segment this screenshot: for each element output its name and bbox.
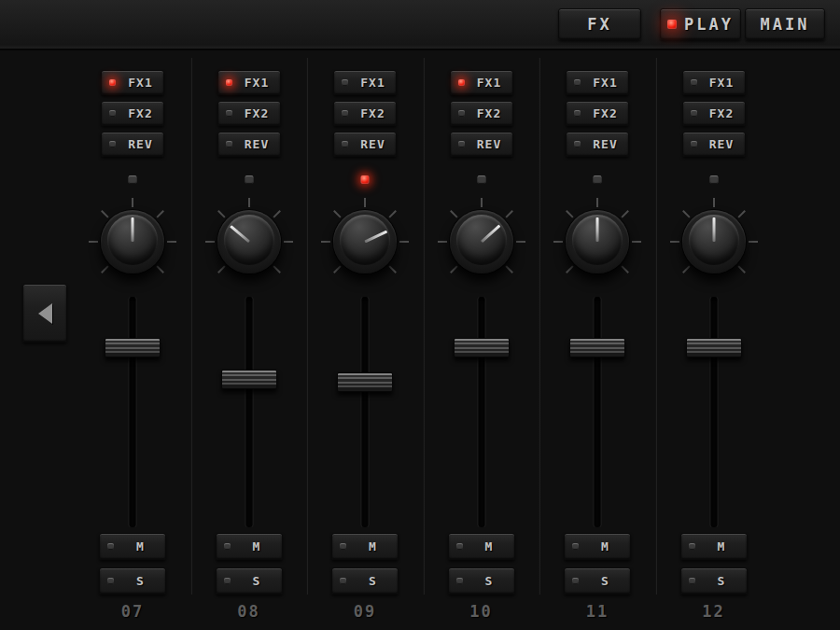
fx1-label: FX1 bbox=[350, 76, 396, 90]
fx2-led-icon bbox=[342, 110, 348, 117]
reverb-send-button[interactable]: REV bbox=[217, 132, 281, 157]
volume-fader-track[interactable] bbox=[710, 297, 717, 527]
knob-led-icon bbox=[245, 175, 253, 184]
play-button[interactable]: PLAY bbox=[660, 8, 741, 40]
fx1-send-button[interactable]: FX1 bbox=[682, 70, 746, 95]
fx2-send-button[interactable]: FX2 bbox=[217, 101, 281, 126]
fx-page-button[interactable]: FX bbox=[558, 8, 641, 40]
knob-tick bbox=[749, 241, 758, 243]
volume-fader-track[interactable] bbox=[245, 297, 252, 527]
fx1-send-button[interactable]: FX1 bbox=[333, 70, 397, 95]
solo-led-icon bbox=[224, 578, 231, 584]
solo-label: S bbox=[232, 574, 282, 588]
channel-strip: FX1 FX2 REV bbox=[75, 58, 190, 595]
fx1-send-button[interactable]: FX1 bbox=[217, 70, 281, 95]
fx1-send-button[interactable]: FX1 bbox=[101, 70, 164, 95]
mute-button[interactable]: M bbox=[448, 533, 515, 560]
reverb-send-button[interactable]: REV bbox=[333, 132, 397, 157]
reverb-send-button[interactable]: REV bbox=[566, 132, 629, 157]
fx-page-label: FX bbox=[587, 15, 611, 34]
fx1-send-button[interactable]: FX1 bbox=[566, 70, 629, 95]
channel-number: 10 bbox=[424, 602, 539, 621]
reverb-send-button[interactable]: REV bbox=[101, 132, 164, 157]
volume-fader-handle[interactable] bbox=[569, 338, 625, 357]
mute-button[interactable]: M bbox=[216, 533, 283, 560]
mute-led-icon bbox=[224, 543, 231, 550]
knob-pointer-icon bbox=[132, 217, 134, 242]
solo-button[interactable]: S bbox=[99, 567, 166, 595]
fx2-led-icon bbox=[458, 110, 465, 117]
knob-body bbox=[450, 210, 513, 273]
fx1-label: FX1 bbox=[467, 76, 512, 90]
knob-tick bbox=[505, 265, 512, 273]
send-level-knob[interactable] bbox=[88, 197, 177, 287]
volume-fader-track[interactable] bbox=[362, 297, 369, 527]
knob-tick bbox=[399, 241, 409, 243]
reverb-send-button[interactable]: REV bbox=[450, 132, 513, 157]
send-level-knob[interactable] bbox=[669, 197, 759, 287]
mute-led-icon bbox=[340, 543, 346, 550]
knob-tick bbox=[333, 210, 341, 217]
solo-button[interactable]: S bbox=[680, 567, 748, 595]
send-level-knob[interactable] bbox=[204, 197, 294, 287]
reverb-send-button[interactable]: REV bbox=[682, 132, 746, 157]
solo-label: S bbox=[697, 574, 747, 588]
fx2-send-button[interactable]: FX2 bbox=[450, 101, 513, 126]
solo-button[interactable]: S bbox=[564, 567, 631, 595]
main-page-label: MAIN bbox=[761, 15, 810, 34]
fx2-led-icon bbox=[226, 110, 232, 117]
volume-fader-track[interactable] bbox=[478, 297, 484, 527]
send-level-knob[interactable] bbox=[437, 197, 526, 287]
fx1-label: FX1 bbox=[234, 76, 280, 90]
fx1-led-icon bbox=[574, 79, 581, 86]
mute-label: M bbox=[116, 539, 165, 553]
volume-fader-handle[interactable] bbox=[337, 372, 393, 392]
knob-tick bbox=[217, 210, 225, 217]
volume-fader-track[interactable] bbox=[130, 297, 136, 527]
mute-led-icon bbox=[107, 543, 114, 550]
prev-channels-button[interactable] bbox=[22, 284, 67, 343]
volume-fader-handle[interactable] bbox=[686, 338, 742, 357]
rev-led-icon bbox=[574, 141, 581, 147]
solo-button[interactable]: S bbox=[216, 567, 283, 595]
volume-fader-handle[interactable] bbox=[221, 370, 277, 389]
mute-button[interactable]: M bbox=[564, 533, 631, 560]
mute-button[interactable]: M bbox=[680, 533, 748, 560]
fx1-send-button[interactable]: FX1 bbox=[450, 70, 513, 95]
solo-led-icon bbox=[689, 578, 695, 584]
mute-led-icon bbox=[572, 543, 579, 550]
knob-rotator bbox=[682, 210, 746, 273]
knob-tick bbox=[89, 241, 98, 243]
volume-fader-track[interactable] bbox=[595, 297, 601, 527]
channel-divider bbox=[306, 58, 308, 595]
volume-fader-handle[interactable] bbox=[454, 338, 510, 357]
volume-fader-handle[interactable] bbox=[105, 338, 161, 357]
rev-label: REV bbox=[118, 137, 163, 151]
fx2-label: FX2 bbox=[467, 106, 512, 120]
send-level-knob[interactable] bbox=[553, 197, 642, 287]
main-page-button[interactable]: MAIN bbox=[745, 8, 825, 40]
mute-button[interactable]: M bbox=[99, 533, 166, 560]
solo-button[interactable]: S bbox=[331, 567, 399, 595]
mute-button[interactable]: M bbox=[331, 533, 399, 560]
rev-led-icon bbox=[109, 141, 116, 147]
fx1-label: FX1 bbox=[699, 76, 745, 90]
fx2-label: FX2 bbox=[699, 106, 745, 120]
knob-tick bbox=[713, 198, 715, 207]
fx2-led-icon bbox=[691, 110, 697, 117]
solo-led-icon bbox=[456, 578, 463, 584]
fx2-send-button[interactable]: FX2 bbox=[566, 101, 629, 126]
solo-label: S bbox=[581, 574, 630, 588]
fx2-send-button[interactable]: FX2 bbox=[101, 101, 164, 126]
send-level-knob[interactable] bbox=[320, 197, 410, 287]
fx1-label: FX1 bbox=[582, 76, 628, 90]
knob-led-icon bbox=[709, 175, 718, 184]
fx2-send-button[interactable]: FX2 bbox=[333, 101, 397, 126]
channel-number: 11 bbox=[539, 602, 655, 621]
fx2-send-button[interactable]: FX2 bbox=[682, 101, 746, 126]
rev-label: REV bbox=[582, 137, 628, 151]
fx2-label: FX2 bbox=[118, 106, 163, 120]
knob-tick bbox=[596, 198, 598, 207]
fx2-label: FX2 bbox=[350, 106, 396, 120]
solo-button[interactable]: S bbox=[448, 567, 515, 595]
